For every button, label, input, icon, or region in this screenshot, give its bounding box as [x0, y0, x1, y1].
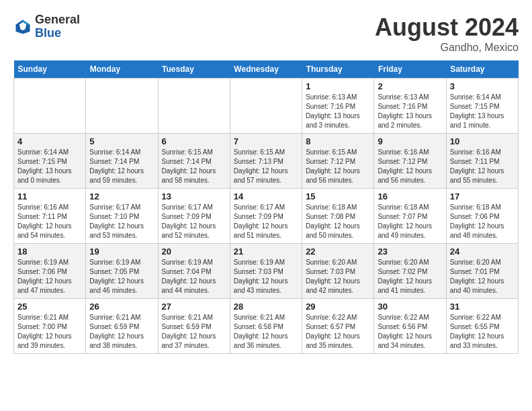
- calendar-cell: 30Sunrise: 6:22 AM Sunset: 6:56 PM Dayli…: [374, 299, 446, 354]
- day-info: Sunrise: 6:21 AM Sunset: 6:59 PM Dayligh…: [89, 313, 154, 351]
- calendar-cell: 13Sunrise: 6:17 AM Sunset: 7:09 PM Dayli…: [158, 189, 230, 244]
- day-number: 4: [17, 136, 82, 146]
- calendar-cell: 16Sunrise: 6:18 AM Sunset: 7:07 PM Dayli…: [374, 189, 446, 244]
- day-info: Sunrise: 6:20 AM Sunset: 7:02 PM Dayligh…: [378, 258, 442, 295]
- header-cell-monday: Monday: [86, 60, 158, 79]
- day-number: 9: [378, 136, 442, 146]
- day-info: Sunrise: 6:17 AM Sunset: 7:09 PM Dayligh…: [234, 203, 298, 240]
- day-info: Sunrise: 6:18 AM Sunset: 7:06 PM Dayligh…: [450, 203, 515, 240]
- day-info: Sunrise: 6:16 AM Sunset: 7:11 PM Dayligh…: [17, 203, 82, 240]
- page-header: General Blue August 2024 Gandho, Mexico: [13, 13, 519, 54]
- day-info: Sunrise: 6:18 AM Sunset: 7:08 PM Dayligh…: [306, 203, 370, 240]
- calendar-cell: 26Sunrise: 6:21 AM Sunset: 6:59 PM Dayli…: [86, 299, 158, 354]
- calendar-cell: [230, 79, 302, 134]
- calendar-cell: 25Sunrise: 6:21 AM Sunset: 7:00 PM Dayli…: [14, 299, 86, 354]
- header-cell-tuesday: Tuesday: [158, 60, 230, 79]
- day-info: Sunrise: 6:15 AM Sunset: 7:13 PM Dayligh…: [234, 148, 298, 185]
- calendar-cell: 28Sunrise: 6:21 AM Sunset: 6:58 PM Dayli…: [230, 299, 302, 354]
- week-row-1: 1Sunrise: 6:13 AM Sunset: 7:16 PM Daylig…: [14, 79, 519, 134]
- day-number: 25: [17, 302, 82, 312]
- day-info: Sunrise: 6:19 AM Sunset: 7:06 PM Dayligh…: [17, 258, 82, 295]
- day-info: Sunrise: 6:17 AM Sunset: 7:09 PM Dayligh…: [162, 203, 226, 240]
- logo-icon: [13, 17, 32, 36]
- day-info: Sunrise: 6:16 AM Sunset: 7:12 PM Dayligh…: [378, 148, 442, 185]
- week-row-2: 4Sunrise: 6:14 AM Sunset: 7:15 PM Daylig…: [14, 134, 519, 189]
- day-info: Sunrise: 6:15 AM Sunset: 7:14 PM Dayligh…: [162, 148, 226, 185]
- logo-text: General Blue: [35, 13, 80, 40]
- calendar-cell: 20Sunrise: 6:19 AM Sunset: 7:04 PM Dayli…: [158, 244, 230, 299]
- calendar-cell: 11Sunrise: 6:16 AM Sunset: 7:11 PM Dayli…: [14, 189, 86, 244]
- day-info: Sunrise: 6:22 AM Sunset: 6:56 PM Dayligh…: [378, 313, 442, 351]
- calendar-cell: 14Sunrise: 6:17 AM Sunset: 7:09 PM Dayli…: [230, 189, 302, 244]
- week-row-4: 18Sunrise: 6:19 AM Sunset: 7:06 PM Dayli…: [14, 244, 519, 299]
- day-info: Sunrise: 6:22 AM Sunset: 6:55 PM Dayligh…: [450, 313, 515, 351]
- day-info: Sunrise: 6:21 AM Sunset: 7:00 PM Dayligh…: [17, 313, 82, 351]
- day-number: 17: [450, 191, 515, 201]
- day-number: 21: [234, 246, 298, 257]
- day-number: 19: [89, 246, 154, 257]
- calendar-cell: 4Sunrise: 6:14 AM Sunset: 7:15 PM Daylig…: [14, 134, 86, 189]
- day-info: Sunrise: 6:18 AM Sunset: 7:07 PM Dayligh…: [378, 203, 442, 240]
- day-info: Sunrise: 6:17 AM Sunset: 7:10 PM Dayligh…: [89, 203, 154, 240]
- day-info: Sunrise: 6:19 AM Sunset: 7:05 PM Dayligh…: [89, 258, 154, 295]
- day-number: 23: [378, 246, 442, 257]
- day-number: 14: [234, 191, 298, 201]
- day-number: 6: [162, 136, 226, 146]
- day-number: 22: [306, 246, 370, 257]
- calendar-cell: 2Sunrise: 6:13 AM Sunset: 7:16 PM Daylig…: [374, 79, 446, 134]
- day-number: 5: [89, 136, 154, 146]
- calendar-body: 1Sunrise: 6:13 AM Sunset: 7:16 PM Daylig…: [14, 79, 519, 354]
- week-row-5: 25Sunrise: 6:21 AM Sunset: 7:00 PM Dayli…: [14, 299, 519, 354]
- week-row-3: 11Sunrise: 6:16 AM Sunset: 7:11 PM Dayli…: [14, 189, 519, 244]
- calendar-cell: 8Sunrise: 6:15 AM Sunset: 7:12 PM Daylig…: [302, 134, 374, 189]
- header-cell-sunday: Sunday: [14, 60, 86, 79]
- logo-blue: Blue: [35, 27, 80, 40]
- header-cell-saturday: Saturday: [446, 60, 518, 79]
- month-year: August 2024: [375, 13, 519, 42]
- day-number: 20: [162, 246, 226, 257]
- day-info: Sunrise: 6:16 AM Sunset: 7:11 PM Dayligh…: [450, 148, 515, 185]
- day-number: 28: [234, 302, 298, 312]
- day-info: Sunrise: 6:19 AM Sunset: 7:03 PM Dayligh…: [234, 258, 298, 295]
- calendar-cell: 5Sunrise: 6:14 AM Sunset: 7:14 PM Daylig…: [86, 134, 158, 189]
- calendar-header: SundayMondayTuesdayWednesdayThursdayFrid…: [14, 60, 519, 79]
- day-number: 1: [306, 81, 370, 91]
- day-info: Sunrise: 6:13 AM Sunset: 7:16 PM Dayligh…: [306, 93, 370, 130]
- header-cell-friday: Friday: [374, 60, 446, 79]
- day-number: 31: [450, 302, 515, 312]
- logo: General Blue: [13, 13, 80, 40]
- calendar-cell: 21Sunrise: 6:19 AM Sunset: 7:03 PM Dayli…: [230, 244, 302, 299]
- header-cell-thursday: Thursday: [302, 60, 374, 79]
- title-block: August 2024 Gandho, Mexico: [375, 13, 519, 54]
- day-info: Sunrise: 6:14 AM Sunset: 7:14 PM Dayligh…: [89, 148, 154, 185]
- calendar-cell: 7Sunrise: 6:15 AM Sunset: 7:13 PM Daylig…: [230, 134, 302, 189]
- day-number: 13: [162, 191, 226, 201]
- logo-general: General: [35, 13, 80, 27]
- calendar-cell: 18Sunrise: 6:19 AM Sunset: 7:06 PM Dayli…: [14, 244, 86, 299]
- calendar-cell: 29Sunrise: 6:22 AM Sunset: 6:57 PM Dayli…: [302, 299, 374, 354]
- day-number: 16: [378, 191, 442, 201]
- day-number: 27: [162, 302, 226, 312]
- calendar-cell: 10Sunrise: 6:16 AM Sunset: 7:11 PM Dayli…: [446, 134, 518, 189]
- day-info: Sunrise: 6:15 AM Sunset: 7:12 PM Dayligh…: [306, 148, 370, 185]
- day-number: 26: [89, 302, 154, 312]
- day-number: 18: [17, 246, 82, 257]
- day-info: Sunrise: 6:21 AM Sunset: 6:58 PM Dayligh…: [234, 313, 298, 351]
- calendar-cell: 6Sunrise: 6:15 AM Sunset: 7:14 PM Daylig…: [158, 134, 230, 189]
- day-number: 29: [306, 302, 370, 312]
- calendar-cell: 23Sunrise: 6:20 AM Sunset: 7:02 PM Dayli…: [374, 244, 446, 299]
- day-number: 2: [378, 81, 442, 91]
- calendar-cell: 17Sunrise: 6:18 AM Sunset: 7:06 PM Dayli…: [446, 189, 518, 244]
- day-info: Sunrise: 6:20 AM Sunset: 7:03 PM Dayligh…: [306, 258, 370, 295]
- location: Gandho, Mexico: [375, 42, 519, 54]
- calendar-cell: 12Sunrise: 6:17 AM Sunset: 7:10 PM Dayli…: [86, 189, 158, 244]
- calendar-cell: 27Sunrise: 6:21 AM Sunset: 6:59 PM Dayli…: [158, 299, 230, 354]
- day-number: 10: [450, 136, 515, 146]
- day-number: 8: [306, 136, 370, 146]
- calendar-cell: 22Sunrise: 6:20 AM Sunset: 7:03 PM Dayli…: [302, 244, 374, 299]
- calendar-cell: 9Sunrise: 6:16 AM Sunset: 7:12 PM Daylig…: [374, 134, 446, 189]
- day-number: 12: [89, 191, 154, 201]
- day-number: 24: [450, 246, 515, 257]
- day-info: Sunrise: 6:13 AM Sunset: 7:16 PM Dayligh…: [378, 93, 442, 130]
- day-info: Sunrise: 6:22 AM Sunset: 6:57 PM Dayligh…: [306, 313, 370, 351]
